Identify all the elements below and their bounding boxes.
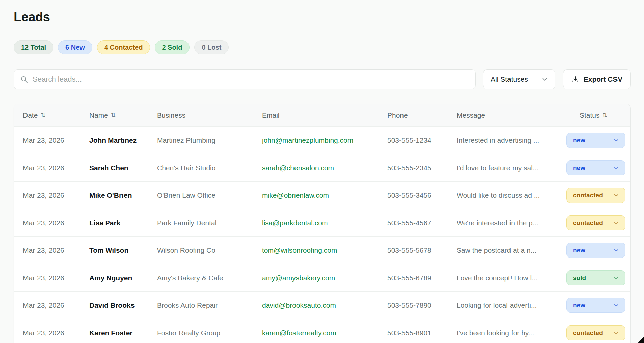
lead-status-cell: new bbox=[566, 133, 625, 148]
email-link[interactable]: lisa@parkdental.com bbox=[262, 219, 328, 227]
lead-email: david@brooksauto.com bbox=[262, 301, 387, 309]
stat-badge-lost: 0 Lost bbox=[194, 40, 229, 54]
lead-date: Mar 23, 2026 bbox=[23, 136, 89, 145]
lead-phone: 503-555-3456 bbox=[387, 191, 457, 199]
lead-phone: 503-555-5678 bbox=[387, 246, 457, 254]
status-dropdown-value: sold bbox=[573, 274, 586, 282]
lead-date: Mar 23, 2026 bbox=[23, 164, 89, 172]
status-dropdown[interactable]: new bbox=[566, 298, 625, 313]
lead-status-cell: new bbox=[566, 243, 625, 258]
page-title: Leads bbox=[14, 10, 631, 24]
status-filter-value: All Statuses bbox=[491, 75, 528, 83]
lead-business: Park Family Dental bbox=[157, 219, 262, 227]
download-icon bbox=[571, 75, 579, 83]
status-dropdown[interactable]: new bbox=[566, 243, 625, 258]
lead-name: Sarah Chen bbox=[89, 164, 157, 172]
status-filter-select[interactable]: All Statuses bbox=[483, 69, 555, 89]
table-row: Mar 23, 2026 Mike O'Brien O'Brien Law Of… bbox=[14, 182, 630, 209]
table-row: Mar 23, 2026 Tom Wilson Wilson Roofing C… bbox=[14, 237, 630, 264]
email-link[interactable]: amy@amysbakery.com bbox=[262, 274, 335, 282]
column-header-status[interactable]: Status ⇅ bbox=[566, 111, 620, 119]
chevron-down-icon bbox=[613, 192, 619, 198]
lead-message: Interested in advertising ... bbox=[457, 136, 566, 145]
lead-phone: 503-555-7890 bbox=[387, 301, 457, 309]
export-csv-button[interactable]: Export CSV bbox=[563, 69, 631, 89]
lead-phone: 503-555-8901 bbox=[387, 329, 457, 337]
lead-email: karen@fosterrealty.com bbox=[262, 329, 387, 337]
status-dropdown[interactable]: contacted bbox=[566, 325, 625, 340]
lead-business: Brooks Auto Repair bbox=[157, 301, 262, 309]
search-input[interactable] bbox=[33, 75, 469, 84]
leads-table: Date ⇅ Name ⇅ Business Email Phone Messa… bbox=[14, 104, 631, 343]
lead-date: Mar 23, 2026 bbox=[23, 274, 89, 282]
table-row: Mar 23, 2026 Sarah Chen Chen's Hair Stud… bbox=[14, 154, 630, 182]
lead-message: Would like to discuss ad ... bbox=[457, 191, 566, 199]
chevron-down-icon bbox=[613, 220, 619, 226]
lead-message: I'd love to feature my sal... bbox=[457, 164, 566, 172]
email-link[interactable]: sarah@chensalon.com bbox=[262, 164, 334, 172]
stat-badge-new: 6 New bbox=[58, 40, 92, 54]
leads-page: Leads 12 Total 6 New 4 Contacted 2 Sold … bbox=[0, 0, 644, 343]
lead-business: Foster Realty Group bbox=[157, 329, 262, 337]
lead-email: amy@amysbakery.com bbox=[262, 274, 387, 282]
lead-date: Mar 23, 2026 bbox=[23, 191, 89, 199]
lead-name: Mike O'Brien bbox=[89, 191, 157, 199]
column-header-name[interactable]: Name ⇅ bbox=[89, 111, 157, 119]
lead-email: sarah@chensalon.com bbox=[262, 164, 387, 172]
status-dropdown-value: new bbox=[573, 164, 585, 172]
email-link[interactable]: mike@obrienlaw.com bbox=[262, 191, 329, 199]
lead-email: lisa@parkdental.com bbox=[262, 219, 387, 227]
table-row: Mar 23, 2026 Amy Nguyen Amy's Bakery & C… bbox=[14, 264, 630, 292]
lead-status-cell: new bbox=[566, 298, 625, 313]
status-dropdown[interactable]: contacted bbox=[566, 215, 625, 230]
chevron-down-icon bbox=[613, 330, 619, 336]
lead-name: Karen Foster bbox=[89, 329, 157, 337]
chevron-down-icon bbox=[613, 137, 619, 144]
status-dropdown[interactable]: sold bbox=[566, 270, 625, 285]
status-dropdown[interactable]: new bbox=[566, 160, 625, 175]
lead-status-cell: contacted bbox=[566, 325, 625, 340]
sort-icon: ⇅ bbox=[111, 111, 116, 119]
stat-badge-contacted: 4 Contacted bbox=[97, 40, 150, 54]
lead-name: Tom Wilson bbox=[89, 246, 157, 254]
column-header-email: Email bbox=[262, 111, 387, 119]
lead-status-cell: sold bbox=[566, 270, 625, 285]
lead-date: Mar 23, 2026 bbox=[23, 301, 89, 309]
lead-business: Martinez Plumbing bbox=[157, 136, 262, 145]
lead-business: Chen's Hair Studio bbox=[157, 164, 262, 172]
lead-message: Love the concept! How l... bbox=[457, 274, 566, 282]
lead-business: O'Brien Law Office bbox=[157, 191, 262, 199]
chevron-down-icon bbox=[613, 275, 619, 281]
lead-status-cell: contacted bbox=[566, 215, 625, 230]
lead-business: Wilson Roofing Co bbox=[157, 246, 262, 254]
email-link[interactable]: david@brooksauto.com bbox=[262, 301, 336, 309]
status-dropdown-value: contacted bbox=[573, 219, 603, 227]
email-link[interactable]: tom@wilsonroofing.com bbox=[262, 246, 337, 254]
table-body: Mar 23, 2026 John Martinez Martinez Plum… bbox=[14, 127, 630, 343]
lead-message: We're interested in the p... bbox=[457, 219, 566, 227]
lead-name: John Martinez bbox=[89, 136, 157, 145]
table-row: Mar 23, 2026 Lisa Park Park Family Denta… bbox=[14, 209, 630, 237]
status-dropdown-value: new bbox=[573, 137, 585, 144]
sort-icon: ⇅ bbox=[602, 111, 608, 119]
column-header-date[interactable]: Date ⇅ bbox=[23, 111, 89, 119]
lead-phone: 503-555-6789 bbox=[387, 274, 457, 282]
status-dropdown[interactable]: new bbox=[566, 133, 625, 148]
chevron-down-icon bbox=[613, 165, 619, 171]
table-row: Mar 23, 2026 David Brooks Brooks Auto Re… bbox=[14, 292, 630, 319]
email-link[interactable]: john@martinezplumbing.com bbox=[262, 136, 353, 144]
lead-message: Looking for local adverti... bbox=[457, 301, 566, 309]
lead-message: I've been looking for hy... bbox=[457, 329, 566, 337]
stat-badge-total: 12 Total bbox=[14, 40, 53, 54]
export-csv-label: Export CSV bbox=[584, 75, 623, 83]
status-dropdown-value: new bbox=[573, 302, 585, 309]
lead-message: Saw the postcard at a n... bbox=[457, 246, 566, 254]
lead-date: Mar 23, 2026 bbox=[23, 246, 89, 254]
status-dropdown-value: contacted bbox=[573, 192, 603, 199]
chevron-down-icon bbox=[541, 76, 548, 83]
mouse-cursor bbox=[635, 336, 644, 343]
status-dropdown[interactable]: contacted bbox=[566, 188, 625, 203]
chevron-down-icon bbox=[613, 302, 619, 308]
table-row: Mar 23, 2026 John Martinez Martinez Plum… bbox=[14, 127, 630, 154]
email-link[interactable]: karen@fosterrealty.com bbox=[262, 329, 336, 337]
